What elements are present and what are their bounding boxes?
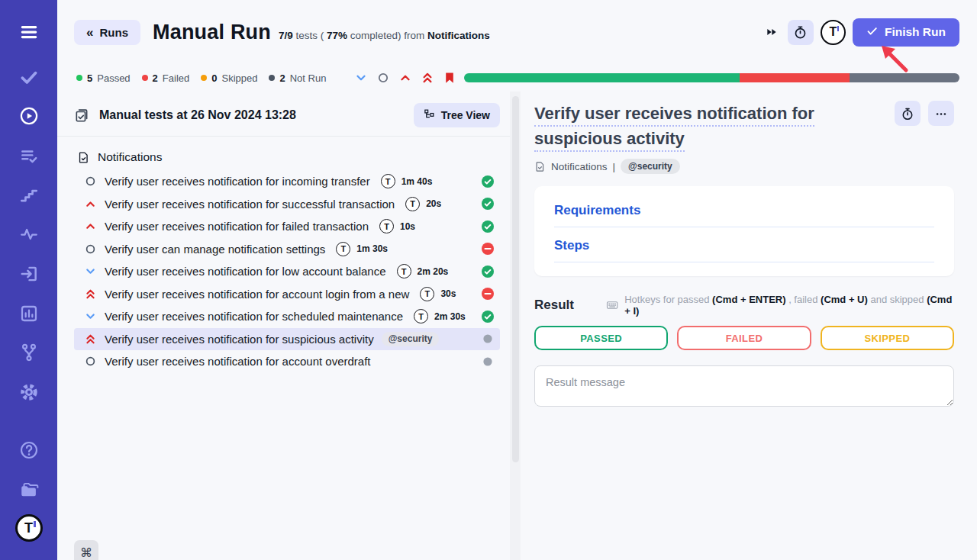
test-row[interactable]: Verify user receives notification for sc… [74, 305, 500, 328]
test-row[interactable]: Verify user can manage notification sett… [74, 238, 500, 261]
list-check-icon[interactable] [19, 146, 39, 166]
projects-icon[interactable] [19, 480, 39, 500]
test-logo-icon: T [414, 309, 428, 323]
double-chevron-up-icon[interactable] [421, 72, 434, 84]
stopwatch-button[interactable] [895, 101, 921, 126]
text-segment: Notifications [427, 30, 490, 41]
app-logo[interactable]: T [821, 20, 846, 45]
tag-badge[interactable]: @security [621, 159, 680, 174]
test-row[interactable]: Verify user receives notification for fa… [74, 215, 500, 238]
scrollbar-thumb[interactable] [512, 96, 519, 462]
test-row[interactable]: Verify user receives notification for ac… [74, 350, 500, 373]
test-title: Verify user receives notification for su… [105, 333, 374, 346]
bookmark-icon[interactable] [443, 72, 456, 84]
test-row[interactable]: Verify user receives notification for su… [74, 193, 500, 216]
play-circle-icon[interactable] [19, 106, 39, 126]
tree-view-label: Tree View [441, 109, 490, 121]
hamburger-menu-icon[interactable] [19, 22, 39, 42]
check-icon [866, 25, 878, 40]
tree-icon [424, 108, 435, 122]
check-icon[interactable] [19, 67, 39, 87]
test-detail-title: Verify user receives notification for su… [534, 101, 895, 151]
section-heading[interactable]: Requirements [554, 203, 934, 218]
count-passed: 5Passed [76, 72, 131, 84]
priority-filters [355, 72, 456, 84]
count-skipped: 0Skipped [201, 72, 257, 84]
suite-folder-label: Notifications [98, 150, 162, 164]
back-to-runs-button[interactable]: « Runs [74, 20, 140, 45]
passed-button[interactable]: PASSED [534, 326, 668, 350]
command-hotkey-button[interactable]: ⌘ [74, 540, 98, 560]
chevron-down-icon[interactable] [355, 72, 367, 84]
status-passed-icon [482, 220, 494, 233]
priority-normal-icon [85, 175, 96, 187]
breadcrumb: Notifications | @security [534, 159, 954, 174]
test-logo-icon: T [420, 287, 434, 301]
status-dot [269, 75, 275, 81]
timer-button[interactable] [788, 20, 814, 45]
main-area: « Runs Manual Run 7/9 tests ( 77% comple… [57, 0, 977, 560]
finish-run-button[interactable]: Finish Run [853, 18, 959, 47]
test-row[interactable]: Verify user receives notification for ac… [74, 283, 500, 306]
fast-forward-icon[interactable] [766, 26, 778, 38]
test-title: Verify user receives notification for su… [105, 198, 395, 211]
status-dot [201, 75, 207, 81]
breadcrumb-folder[interactable]: Notifications [551, 161, 608, 172]
steps-icon[interactable] [19, 185, 39, 205]
more-options-button[interactable] [928, 101, 954, 126]
test-logo-icon: T [336, 242, 350, 256]
text-segment: 77% [327, 30, 347, 41]
test-detail-header: Verify user receives notification for su… [534, 101, 954, 151]
result-message-input[interactable] [534, 365, 954, 407]
count-value: 5 [87, 72, 92, 84]
test-title: Verify user receives notification for lo… [105, 265, 386, 278]
branch-icon[interactable] [19, 343, 39, 362]
section-heading[interactable]: Steps [554, 238, 934, 253]
test-detail-panel: Verify user receives notification for su… [521, 92, 977, 560]
text-segment: 7/9 [279, 30, 293, 41]
test-row[interactable]: Verify user receives notification for su… [74, 328, 500, 351]
test-logo-icon: T [397, 264, 411, 278]
circle-icon[interactable] [377, 72, 389, 84]
panel-scrollbar[interactable] [510, 92, 521, 560]
test-title: Verify user receives notification for ac… [105, 288, 409, 301]
import-icon[interactable] [19, 264, 39, 284]
top-bar-actions: T Finish Run [766, 18, 959, 47]
progress-segment [740, 73, 850, 82]
pulse-icon[interactable] [19, 224, 39, 244]
app-logo-bottom[interactable]: T [15, 514, 43, 542]
test-duration: 2m 30s [434, 311, 466, 322]
priority-low-icon [85, 311, 96, 322]
tree-view-button[interactable]: Tree View [414, 103, 500, 127]
suite-folder[interactable]: Notifications [74, 147, 500, 167]
test-list: Verify user receives notification for in… [74, 170, 500, 373]
chevron-up-icon[interactable] [399, 72, 411, 84]
failed-button[interactable]: FAILED [677, 326, 811, 350]
result-row: Result Hotkeys for passed (Cmd + ENTER) … [534, 294, 954, 317]
test-sections-card: RequirementsSteps [534, 186, 954, 276]
priority-high-icon [85, 220, 96, 232]
help-icon[interactable] [19, 440, 39, 460]
content-area: Manual tests at 26 Nov 2024 13:28 Tree V… [57, 92, 977, 560]
test-row[interactable]: Verify user receives notification for in… [74, 170, 500, 193]
priority-normal-icon [85, 243, 96, 255]
settings-icon[interactable] [19, 382, 39, 402]
test-tag-badge: @security [382, 332, 440, 346]
breadcrumb-separator: | [613, 161, 616, 172]
status-dot [76, 75, 82, 81]
run-progress-summary: 7/9 tests ( 77% completed) from Notifica… [279, 30, 490, 41]
skipped-button[interactable]: SKIPPED [821, 326, 954, 350]
back-to-runs-label: Runs [99, 26, 128, 39]
top-bar: « Runs Manual Run 7/9 tests ( 77% comple… [57, 0, 977, 64]
divider [57, 136, 510, 137]
hotkeys-text: Hotkeys for passed (Cmd + ENTER) , faile… [624, 294, 954, 317]
run-progress-bar[interactable] [464, 73, 959, 82]
priority-highest-icon [85, 288, 96, 300]
test-list-header: Manual tests at 26 Nov 2024 13:28 Tree V… [74, 99, 500, 131]
test-logo-icon: T [405, 197, 420, 211]
test-detail-actions [895, 101, 954, 151]
count-label: Skipped [222, 72, 258, 84]
test-duration: 2m 20s [418, 266, 449, 277]
test-row[interactable]: Verify user receives notification for lo… [74, 260, 500, 283]
reports-icon[interactable] [19, 304, 39, 323]
